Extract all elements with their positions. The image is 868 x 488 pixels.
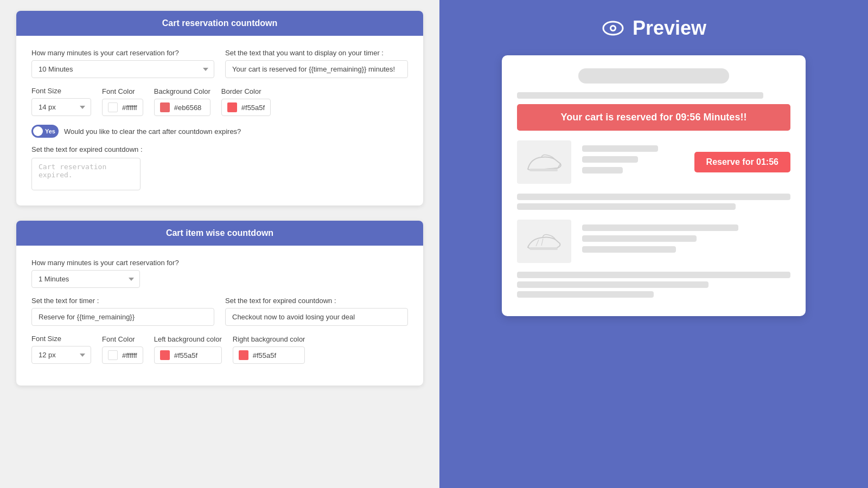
border-color-group: Border Color #f55a5f bbox=[221, 87, 271, 116]
font-color-group: Font Color #ffffff bbox=[102, 87, 143, 116]
bottom-bars bbox=[517, 272, 790, 298]
right-bg-value: #f55a5f bbox=[253, 351, 276, 359]
item-font-size-select[interactable]: 12 px bbox=[31, 346, 91, 364]
bg-color-value: #eb6568 bbox=[174, 104, 202, 112]
font-color-swatch bbox=[108, 102, 118, 112]
expired-label: Set the text for expired countdown : bbox=[31, 145, 408, 153]
item-font-color-value: #ffffff bbox=[122, 351, 137, 359]
item-minutes-select[interactable]: 1 Minutes bbox=[31, 270, 140, 288]
left-bg-swatch bbox=[160, 350, 170, 360]
item-expired-text-label: Set the text for expired countdown : bbox=[225, 297, 408, 305]
item-timer-text-label: Set the text for timer : bbox=[31, 297, 214, 305]
ph-bar-1 bbox=[517, 92, 763, 99]
product-details-1 bbox=[582, 145, 684, 179]
item-expired-text-input[interactable] bbox=[225, 308, 408, 326]
font-color-value: #ffffff bbox=[122, 104, 137, 112]
item-color-row: Font Size 12 px Font Color #ffffff Left … bbox=[31, 335, 408, 364]
ph-product-price bbox=[582, 156, 638, 163]
item-font-color-group: Font Color #ffffff bbox=[102, 335, 143, 364]
ph-bottom-1 bbox=[517, 272, 790, 278]
bg-color-field[interactable]: #eb6568 bbox=[154, 99, 210, 116]
product-image-1 bbox=[517, 140, 571, 184]
preview-title-row: Preview bbox=[601, 16, 706, 40]
left-bg-label: Left background color bbox=[154, 335, 222, 343]
item-timer-text-group: Set the text for timer : bbox=[31, 297, 214, 326]
timer-text-label: Set the text that you want to display on… bbox=[225, 49, 408, 57]
product-row-2 bbox=[517, 220, 790, 263]
ph-sep-2 bbox=[517, 203, 736, 210]
minutes-select[interactable]: 10 Minutes bbox=[31, 60, 214, 78]
item-font-size-group: Font Size 12 px bbox=[31, 335, 91, 364]
cart-item-header: Cart item wise countdown bbox=[16, 221, 423, 246]
timer-text-input[interactable] bbox=[225, 60, 408, 78]
product-details-2 bbox=[582, 224, 790, 258]
item-font-size-label: Font Size bbox=[31, 335, 91, 343]
cart-reservation-header: Cart reservation countdown bbox=[16, 11, 423, 36]
toggle-circle bbox=[33, 126, 43, 136]
reserve-button[interactable]: Reserve for 01:56 bbox=[694, 152, 790, 172]
cart-reservation-card: Cart reservation countdown How many minu… bbox=[16, 11, 423, 206]
item-minutes-group: How many minutes is your cart reservatio… bbox=[31, 259, 408, 288]
cart-reservation-body: How many minutes is your cart reservatio… bbox=[16, 36, 423, 206]
svg-point-2 bbox=[611, 27, 615, 30]
toggle-description: Would you like to clear the cart after c… bbox=[64, 127, 241, 136]
expired-text-section: Set the text for expired countdown : bbox=[31, 145, 408, 192]
font-size-label: Font Size bbox=[31, 87, 91, 95]
item-timer-text-input[interactable] bbox=[31, 308, 214, 326]
cart-item-body: How many minutes is your cart reservatio… bbox=[16, 246, 423, 386]
ph-sep-1 bbox=[517, 194, 790, 200]
item-expired-text-group: Set the text for expired countdown : bbox=[225, 297, 408, 326]
minutes-timer-row: How many minutes is your cart reservatio… bbox=[31, 49, 408, 78]
minutes-group: How many minutes is your cart reservatio… bbox=[31, 49, 214, 78]
shoe-sketch-2 bbox=[525, 227, 563, 256]
ph-bottom-3 bbox=[517, 291, 654, 298]
preview-card: Your cart is reserved for 09:56 Minutes!… bbox=[502, 55, 806, 316]
pill-bar bbox=[578, 68, 729, 84]
border-color-label: Border Color bbox=[221, 87, 271, 95]
top-placeholder bbox=[517, 68, 790, 84]
bg-color-swatch bbox=[160, 102, 170, 112]
ph-product2-extra bbox=[582, 246, 676, 253]
shoe-sketch-1 bbox=[525, 147, 563, 177]
right-bg-swatch bbox=[239, 350, 248, 360]
product-image-2 bbox=[517, 220, 571, 263]
left-panel: Cart reservation countdown How many minu… bbox=[0, 0, 439, 488]
bg-color-group: Background Color #eb6568 bbox=[154, 87, 210, 116]
bg-color-label: Background Color bbox=[154, 87, 210, 95]
border-color-swatch bbox=[227, 102, 237, 112]
left-bg-group: Left background color #f55a5f bbox=[154, 335, 222, 364]
font-color-label: Font Color bbox=[102, 87, 143, 95]
right-panel: Preview Your cart is reserved for 09:56 … bbox=[439, 0, 868, 488]
item-font-color-field[interactable]: #ffffff bbox=[102, 346, 143, 364]
border-color-field[interactable]: #f55a5f bbox=[221, 99, 271, 116]
preview-label: Preview bbox=[633, 17, 706, 40]
eye-icon bbox=[601, 16, 625, 40]
svg-rect-3 bbox=[529, 169, 558, 171]
font-color-field[interactable]: #ffffff bbox=[102, 99, 143, 116]
border-color-value: #f55a5f bbox=[241, 104, 265, 112]
right-bg-field[interactable]: #f55a5f bbox=[233, 346, 305, 364]
ph-product-extra bbox=[582, 167, 623, 174]
right-bg-group: Right background color #f55a5f bbox=[233, 335, 305, 364]
item-font-color-swatch bbox=[108, 350, 118, 360]
left-bg-value: #f55a5f bbox=[174, 351, 197, 359]
font-size-group: Font Size 14 px bbox=[31, 87, 91, 116]
svg-rect-4 bbox=[529, 247, 558, 250]
clear-cart-toggle[interactable]: Yes bbox=[31, 125, 59, 138]
right-bg-label: Right background color bbox=[233, 335, 305, 343]
minutes-label: How many minutes is your cart reservatio… bbox=[31, 49, 214, 57]
color-row-1: Font Size 14 px Font Color #ffffff Backg… bbox=[31, 87, 408, 116]
item-text-row: Set the text for timer : Set the text fo… bbox=[31, 297, 408, 326]
left-bg-field[interactable]: #f55a5f bbox=[154, 346, 222, 364]
ph-product-name bbox=[582, 145, 658, 152]
font-size-select[interactable]: 14 px bbox=[31, 98, 91, 116]
reservation-banner: Your cart is reserved for 09:56 Minutes!… bbox=[517, 104, 790, 131]
timer-text-group: Set the text that you want to display on… bbox=[225, 49, 408, 78]
toggle-yes-label: Yes bbox=[45, 128, 55, 134]
ph-product2-name bbox=[582, 224, 738, 231]
item-minutes-label: How many minutes is your cart reservatio… bbox=[31, 259, 408, 267]
item-font-color-label: Font Color bbox=[102, 335, 143, 343]
expired-textarea[interactable] bbox=[31, 158, 141, 190]
toggle-row: Yes Would you like to clear the cart aft… bbox=[31, 125, 408, 138]
ph-bottom-2 bbox=[517, 281, 709, 288]
